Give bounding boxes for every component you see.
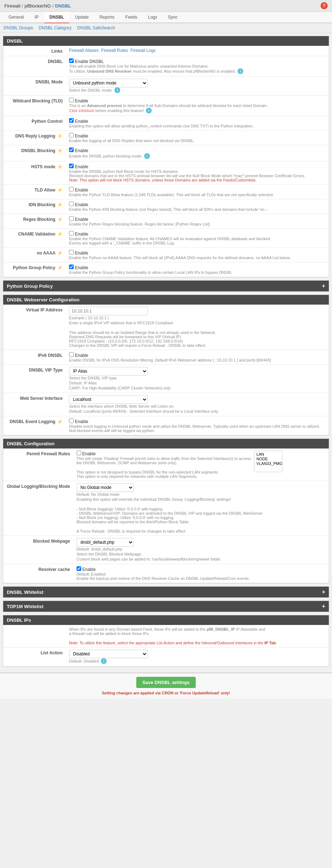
event-logging-row: DNSBL Event Logging ⚡ Enable Disable eve… [3, 416, 329, 435]
global-log-row: Global Logging/Blocking Mode No Global m… [3, 481, 329, 536]
dnsbl-ips-header: DNSBL IPs [3, 615, 329, 625]
link-firewall-aliases[interactable]: Firewall Aliases [69, 48, 99, 53]
python-group-enable-label[interactable]: Enable [69, 265, 88, 270]
no-aaaa-enable-label[interactable]: Enable [69, 251, 88, 256]
permit-fw-enable-label[interactable]: Enable [77, 451, 96, 456]
permit-fw-desc1: This will create 'Floating' Firewall per… [77, 456, 251, 461]
tld-enable-label[interactable]: Enable [69, 188, 88, 193]
links-value: Firewall Aliases Firewall Rules Firewall… [68, 46, 329, 56]
dnsbl-blocking-checkbox[interactable] [69, 147, 74, 152]
resolver-cache-enable-label[interactable]: Enable [77, 567, 96, 572]
cname-enable-label[interactable]: Enable [69, 232, 88, 237]
resolver-cache-checkbox[interactable] [77, 566, 81, 571]
vip-example: Example ( 10.10.10.1 ) [69, 316, 109, 320]
dnsbl-ips-title: DNSBL IPs [7, 617, 31, 623]
python-control-desc: Enabling this option will allow sending … [69, 124, 325, 128]
idn-checkbox[interactable] [69, 202, 74, 206]
wildcard-checkbox[interactable] [69, 98, 74, 102]
global-log-desc4: - DNSBL WebServer/VIP: Domains are sinkh… [77, 511, 325, 515]
tab-dnsbl[interactable]: DNSBL [44, 12, 69, 23]
dnsbl-blocking-enable-label[interactable]: Enable [69, 148, 88, 153]
no-aaaa-checkbox[interactable] [69, 250, 74, 254]
permit-fw-list[interactable]: LAN NODE VLAN33_PMG [254, 451, 283, 472]
list-action-select[interactable]: Disabled [69, 650, 148, 658]
python-group-checkbox[interactable] [69, 265, 74, 269]
dnsbl-whitelist-plus[interactable]: + [322, 589, 325, 595]
vip-row: Virtual IP Address Example ( 10.10.10.1 … [3, 305, 329, 350]
global-log-select[interactable]: No Global mode [77, 483, 134, 492]
tab-ip[interactable]: IP [30, 12, 44, 23]
ipv6-enable-label[interactable]: Enable [69, 353, 88, 358]
tab-feeds[interactable]: Feeds [120, 12, 142, 23]
event-logging-desc1: Disable event logging in Unbound python … [69, 424, 325, 428]
hsts-enable-label[interactable]: Enable [69, 164, 88, 169]
sub-nav: DNSBL Groups DNSBL Category DNSBL SafeSe… [0, 23, 332, 33]
tld-checkbox[interactable] [69, 187, 74, 191]
breadcrumb-pfblockerng[interactable]: pfBlockerNG [24, 3, 51, 9]
dnsbl-ips-desc2: a firewall rule will be added to block t… [69, 631, 325, 636]
dnsbl-enable-label[interactable]: Enable DNSBL [69, 59, 104, 64]
web-interface-select[interactable]: Localhost [69, 395, 148, 404]
tab-update[interactable]: Update [70, 12, 94, 23]
regex-enable-label[interactable]: Enable [69, 217, 88, 222]
wildcard-info[interactable]: i [146, 108, 152, 113]
dnsbl-config-title: DNSBL Configuration [7, 441, 54, 446]
list-action-info[interactable]: i [101, 658, 107, 664]
regex-label: Regex Blocking ⚡ [3, 214, 68, 229]
cname-checkbox[interactable] [69, 231, 74, 236]
cname-row: CNAME Validation ⚡ Enable Enable the Pyt… [3, 229, 329, 248]
dnsbl-enable-checkbox[interactable] [69, 58, 74, 63]
top1m-whitelist-header: TOP1M Whitelist + [3, 601, 329, 612]
dnsbl-config-table2: Permit Firewall Rules Enable This will c… [3, 448, 329, 583]
list-action-row: List Action Disabled Default: Disabled i [3, 648, 329, 666]
subnav-dnsbl-category[interactable]: DNSBL Category [39, 25, 72, 30]
hsts-checkbox[interactable] [69, 164, 74, 168]
python-control-enable-label[interactable]: Enable [69, 119, 88, 124]
top1m-whitelist-title: TOP1M Whitelist [7, 604, 43, 609]
breadcrumb: Firewall / pfBlockerNG / DNSBL [4, 3, 71, 9]
global-log-desc1: Default: No Global mode [77, 492, 119, 496]
tab-logs[interactable]: Logs [143, 12, 162, 23]
wildcard-click-link[interactable]: Click infoblock [69, 108, 94, 113]
event-logging-enable-label[interactable]: Enable [69, 419, 88, 424]
dnsbl-info-icon[interactable]: i [238, 68, 243, 74]
global-log-desc5: - Null Block (no logging): Utilize '0.0.… [77, 515, 325, 520]
vip-type-select[interactable]: IP Alias [69, 367, 148, 375]
regex-row: Regex Blocking ⚡ Enable Enable the Pytho… [3, 214, 329, 229]
vip-type-row: DNSBL VIP Type IP Alias Select the DNSBL… [3, 365, 329, 393]
subnav-dnsbl-groups[interactable]: DNSBL Groups [4, 25, 33, 30]
event-logging-checkbox[interactable] [69, 418, 74, 423]
link-firewall-rules[interactable]: Firewall Rules [101, 48, 128, 53]
vip-desc4: Changes to the DNSBL VIP will require a … [69, 343, 325, 348]
bottom-note: Setting changes are applied via CRON or … [102, 691, 230, 695]
blocked-page-select[interactable]: dnsbl_default.php [77, 538, 134, 547]
permit-fw-checkbox[interactable] [77, 451, 81, 455]
tab-general[interactable]: General [4, 12, 29, 23]
wildcard-enable-label[interactable]: Enable [69, 98, 88, 103]
links-label: Links [3, 46, 68, 56]
subnav-dnsbl-safesearch[interactable]: DNSBL SafeSearch [77, 25, 115, 30]
vip-desc1: This address should be in an Isolated Ra… [69, 330, 325, 335]
tld-row: TLD Allow ⚡ Enable Enable the Python TLD… [3, 185, 329, 199]
regex-checkbox[interactable] [69, 216, 74, 221]
python-group-policy-plus[interactable]: + [322, 283, 325, 289]
link-firewall-logs[interactable]: Firewall Logs [130, 48, 156, 53]
vip-input[interactable] [69, 307, 148, 315]
idn-enable-label[interactable]: Enable [69, 202, 88, 207]
python-control-checkbox[interactable] [69, 118, 74, 123]
hsts-label: HSTS mode ⚡ [3, 161, 68, 185]
breadcrumb-firewall[interactable]: Firewall [4, 3, 20, 9]
dnsbl-mode-select[interactable]: Unbound python mode [69, 79, 148, 87]
save-button[interactable]: Save DNSBL settings [136, 677, 196, 688]
help-icon[interactable]: ? [321, 2, 328, 9]
tab-reports[interactable]: Reports [94, 12, 119, 23]
top1m-whitelist-plus[interactable]: + [322, 603, 325, 610]
ipv6-checkbox[interactable] [69, 352, 74, 357]
nav-tabs: General IP DNSBL Update Reports Feeds Lo… [0, 12, 332, 23]
vip-type-desc2: Default: IP Alias [69, 381, 97, 385]
dns-reply-enable-label[interactable]: Enable [69, 134, 88, 139]
tab-sync[interactable]: Sync [163, 12, 183, 23]
dns-reply-checkbox[interactable] [69, 133, 74, 137]
dnsbl-blocking-info[interactable]: i [144, 153, 150, 159]
dnsbl-mode-info[interactable]: i [114, 87, 120, 93]
